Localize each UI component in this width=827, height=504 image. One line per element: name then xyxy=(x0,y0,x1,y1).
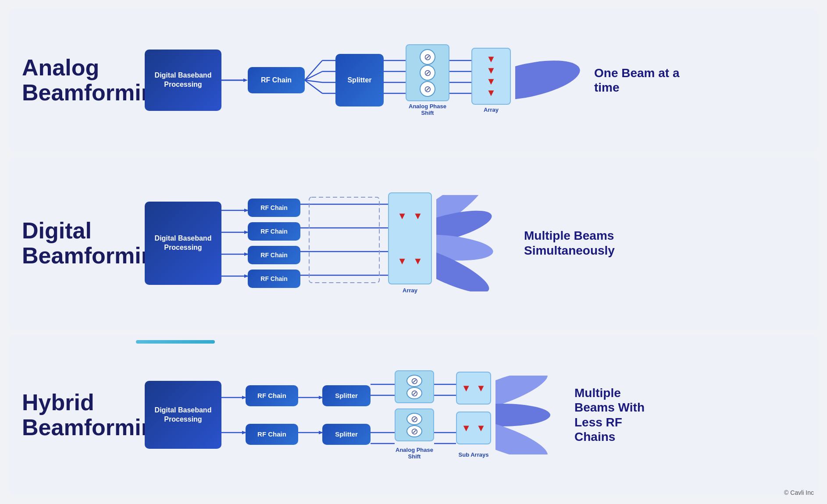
hybrid-diagram: Digital Baseband Processing RF Chain RF … xyxy=(145,370,805,460)
digital-rf-chain-1: RF Chain xyxy=(248,199,300,217)
antenna-1: ▼ xyxy=(486,54,496,64)
hybrid-splitter-2: Splitter xyxy=(322,424,371,445)
digital-rf-chain-2: RF Chain xyxy=(248,222,300,241)
analog-title: Analog Beamforming xyxy=(22,55,145,105)
analog-splitter-box: Splitter xyxy=(335,54,384,106)
hybrid-beams xyxy=(495,376,566,454)
hybrid-sub-arrays: ▼ ▼ ▼ ▼ Sub Arrays xyxy=(456,372,491,458)
digital-diagram: Digital Baseband Processing RF Chain RF … xyxy=(145,192,805,294)
hybrid-phase-box-2 xyxy=(395,408,434,441)
hybrid-rf-chains: RF Chain RF Chain xyxy=(246,385,298,445)
digital-section: Digital Beamforming Digital Baseband Pro… xyxy=(9,157,818,329)
analog-array-label: Array xyxy=(484,106,499,113)
digital-lines1 xyxy=(221,199,248,287)
analog-phase-label: Analog Phase Shift xyxy=(406,103,449,116)
hybrid-lines1 xyxy=(221,380,246,450)
hybrid-sub-arrays-label: Sub Arrays xyxy=(459,451,489,458)
svg-marker-43 xyxy=(319,431,322,434)
hybrid-title: Hybrid Beamforming xyxy=(22,390,145,440)
hybrid-phase-label: Analog Phase Shift xyxy=(395,447,434,460)
digital-title: Digital Beamforming xyxy=(22,218,145,268)
digital-antenna-4: ▼ xyxy=(413,256,423,266)
analog-rf-chain-box: RF Chain xyxy=(248,67,305,93)
digital-rf-chain-4: RF Chain xyxy=(248,270,300,288)
svg-marker-42 xyxy=(319,396,322,399)
hybrid-rf-chain-1: RF Chain xyxy=(246,385,298,406)
hybrid-section: Hybrid Beamforming Digital Baseband Proc… xyxy=(9,335,818,495)
hybrid-phase-circle-4 xyxy=(406,425,422,437)
hybrid-dbp-box: Digital Baseband Processing xyxy=(145,381,221,449)
svg-marker-23 xyxy=(244,209,248,212)
hybrid-sub-array-1: ▼ ▼ xyxy=(456,372,491,405)
digital-result-label: Multiple Beams Simultaneously xyxy=(524,228,620,258)
hybrid-ant-1: ▼ xyxy=(461,383,471,393)
antenna-3: ▼ xyxy=(486,77,496,86)
hybrid-ant-3: ▼ xyxy=(461,423,471,433)
antenna-2: ▼ xyxy=(486,66,496,75)
analog-diagram: Digital Baseband Processing RF Chain xyxy=(145,44,805,116)
analog-phase-box xyxy=(406,44,449,101)
hybrid-lines2 xyxy=(298,380,322,450)
svg-marker-39 xyxy=(242,431,246,434)
digital-antenna-1: ▼ xyxy=(397,211,407,221)
analog-result-label: One Beam at a time xyxy=(594,66,682,95)
digital-rf-chain-3: RF Chain xyxy=(248,246,300,264)
analog-lines1 xyxy=(305,52,335,109)
hybrid-ant-2: ▼ xyxy=(476,383,486,393)
hybrid-splitter-1: Splitter xyxy=(322,385,371,406)
hybrid-lines4 xyxy=(434,378,456,452)
digital-rf-chains: RF Chain RF Chain RF Chain RF Chain xyxy=(248,199,300,288)
hybrid-lines3 xyxy=(371,378,395,452)
analog-array-box: ▼ ▼ ▼ ▼ xyxy=(471,48,511,105)
hybrid-phase-circle-1 xyxy=(406,375,422,387)
digital-array-box: ▼ ▼ ▼ ▼ xyxy=(388,192,432,284)
svg-marker-24 xyxy=(244,231,248,234)
phase-circle-3 xyxy=(420,81,435,97)
hybrid-rf-chain-2: RF Chain xyxy=(246,424,298,445)
cavli-credit: © Cavli Inc xyxy=(784,489,814,496)
hybrid-phase-circle-3 xyxy=(406,413,422,425)
hybrid-phase-boxes: Analog Phase Shift xyxy=(395,370,434,460)
digital-dbp-box: Digital Baseband Processing xyxy=(145,202,221,285)
digital-antenna-3: ▼ xyxy=(397,256,407,266)
hybrid-ant-4: ▼ xyxy=(476,423,486,433)
phase-circle-2 xyxy=(420,65,435,81)
svg-marker-1 xyxy=(243,78,248,82)
hybrid-sub-array-2: ▼ ▼ xyxy=(456,412,491,444)
analog-dbp-box: Digital Baseband Processing xyxy=(145,50,221,111)
svg-point-18 xyxy=(515,53,583,107)
svg-line-2 xyxy=(305,60,322,80)
svg-line-3 xyxy=(305,71,322,80)
hybrid-phase-box-1 xyxy=(395,370,434,403)
digital-antenna-2: ▼ xyxy=(413,211,423,221)
hybrid-result-label: Multiple Beams With Less RF Chains xyxy=(574,386,662,444)
hybrid-top-bar xyxy=(136,340,215,344)
analog-arrow1 xyxy=(221,78,248,82)
svg-rect-31 xyxy=(309,197,379,283)
hybrid-splitters: Splitter Splitter xyxy=(322,385,371,445)
svg-marker-38 xyxy=(242,396,246,399)
analog-beam xyxy=(515,45,585,115)
svg-marker-25 xyxy=(244,252,248,256)
digital-beams xyxy=(436,195,515,291)
analog-section: Analog Beamforming Digital Baseband Proc… xyxy=(9,9,818,152)
analog-lines2 xyxy=(384,52,406,109)
analog-lines3 xyxy=(449,52,471,109)
digital-array-label: Array xyxy=(403,287,417,294)
digital-lines2 xyxy=(300,195,388,291)
phase-circle-1 xyxy=(420,49,435,65)
svg-marker-26 xyxy=(244,274,248,278)
hybrid-phase-circle-2 xyxy=(406,387,422,399)
svg-point-53 xyxy=(495,404,550,426)
antenna-4: ▼ xyxy=(486,88,496,98)
